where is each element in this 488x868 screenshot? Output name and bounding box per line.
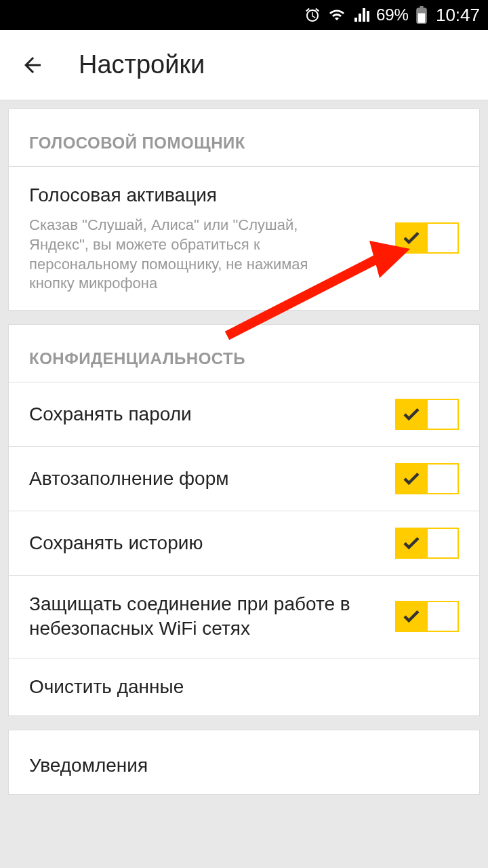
toggle-voice-activation[interactable] <box>395 222 459 254</box>
toggle-save-history[interactable] <box>395 528 459 559</box>
setting-save-passwords[interactable]: Сохранять пароли <box>9 382 479 447</box>
toggle-protect-wifi[interactable] <box>395 601 459 632</box>
appbar-title: Настройки <box>79 50 205 79</box>
setting-label: Сохранять пароли <box>29 402 192 427</box>
content: ГОЛОСОВОЙ ПОМОЩНИК Голосовая активация С… <box>0 100 488 816</box>
setting-voice-activation[interactable]: Голосовая активация Сказав "Слушай, Алис… <box>9 167 479 310</box>
toggle-autofill[interactable] <box>395 463 459 494</box>
battery-percent: 69% <box>376 5 409 24</box>
toggle-thumb <box>428 400 458 429</box>
setting-label: Сохранять историю <box>29 531 203 555</box>
setting-protect-wifi[interactable]: Защищать соединение при работе в небезоп… <box>9 576 479 658</box>
toggle-thumb <box>428 529 458 557</box>
status-icons: 69% <box>304 5 428 24</box>
status-time: 10:47 <box>436 5 480 26</box>
toggle-check-icon <box>396 465 426 492</box>
setting-label: Голосовая активация <box>29 183 395 208</box>
toggle-check-icon <box>396 530 426 557</box>
setting-save-history[interactable]: Сохранять историю <box>9 511 479 576</box>
setting-label: Очистить данные <box>29 675 184 699</box>
wifi-icon <box>327 7 346 23</box>
toggle-thumb <box>428 224 458 252</box>
section-header: ГОЛОСОВОЙ ПОМОЩНИК <box>9 109 479 167</box>
setting-label: Автозаполнение форм <box>29 467 229 491</box>
section-header: КОНФИДЕНЦИАЛЬНОСТЬ <box>9 325 479 382</box>
setting-notifications[interactable]: Уведомления <box>9 730 479 794</box>
toggle-check-icon <box>396 224 426 252</box>
signal-icon <box>353 7 369 23</box>
status-bar: 69% 10:47 <box>0 0 488 30</box>
battery-icon <box>415 6 428 24</box>
toggle-save-passwords[interactable] <box>395 399 459 430</box>
toggle-thumb <box>428 602 458 631</box>
toggle-check-icon <box>396 401 426 428</box>
setting-autofill[interactable]: Автозаполнение форм <box>9 447 479 511</box>
alarm-icon <box>304 7 321 23</box>
setting-description: Сказав "Слушай, Алиса" или "Слушай, Янде… <box>29 216 314 293</box>
appbar: Настройки <box>0 30 488 100</box>
section-voice-assistant: ГОЛОСОВОЙ ПОМОЩНИК Голосовая активация С… <box>8 108 480 311</box>
setting-label: Защищать соединение при работе в небезоп… <box>29 592 354 642</box>
setting-clear-data[interactable]: Очистить данные <box>9 658 479 715</box>
toggle-thumb <box>428 465 458 493</box>
setting-text: Голосовая активация Сказав "Слушай, Алис… <box>29 183 395 294</box>
section-privacy: КОНФИДЕНЦИАЛЬНОСТЬ Сохранять пароли Авто… <box>8 324 480 716</box>
toggle-check-icon <box>396 603 426 630</box>
arrow-left-icon <box>20 53 45 77</box>
back-button[interactable] <box>20 53 45 77</box>
section-notifications: Уведомления <box>8 730 480 795</box>
setting-label: Уведомления <box>29 753 148 778</box>
